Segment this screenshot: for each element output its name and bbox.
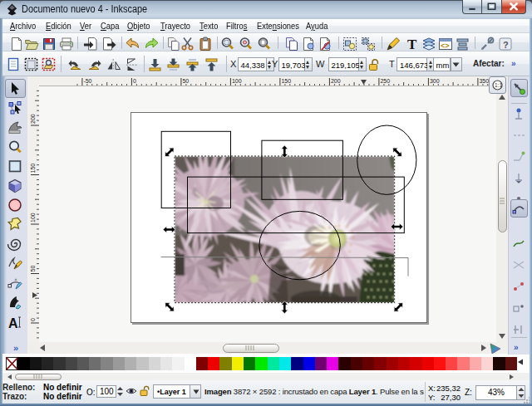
svg-text:350: 350	[479, 78, 489, 84]
svg-text:150: 150	[30, 164, 36, 174]
svg-text:0: 0	[30, 318, 36, 321]
svg-text:<>: <>	[441, 42, 450, 50]
svg-text:-50: -50	[83, 78, 91, 84]
svg-text:200: 200	[331, 78, 341, 84]
svg-text:300: 300	[430, 78, 440, 84]
svg-text:A: A	[8, 316, 18, 330]
svg-text:250: 250	[380, 78, 390, 84]
svg-text:?: ?	[503, 40, 509, 50]
svg-text:1:1: 1:1	[495, 82, 502, 88]
svg-text:T: T	[407, 37, 417, 51]
svg-text:50: 50	[30, 266, 36, 272]
svg-text:100: 100	[232, 78, 242, 84]
svg-text:200: 200	[30, 114, 36, 124]
svg-text:100: 100	[30, 213, 36, 223]
svg-text:50: 50	[182, 78, 189, 84]
svg-text:150: 150	[281, 78, 291, 84]
svg-text:0: 0	[133, 78, 136, 84]
